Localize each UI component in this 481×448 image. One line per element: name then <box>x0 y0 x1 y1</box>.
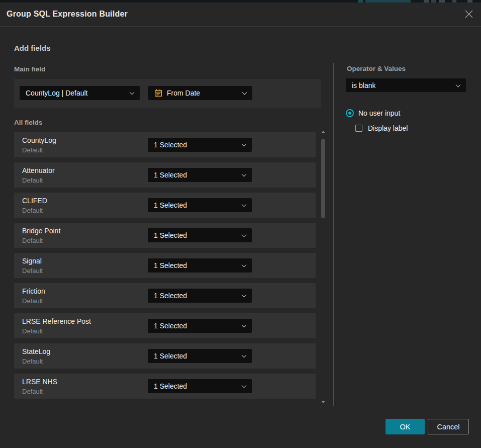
field-subtitle: Default <box>22 357 43 365</box>
field-selection-dropdown[interactable]: 1 Selected <box>148 289 252 303</box>
radio-selected-icon <box>346 109 354 117</box>
field-row: CLIFED Default 1 Selected <box>14 193 316 218</box>
main-field-panel: CountyLog | Default From Date <box>14 79 321 108</box>
field-selection-value: 1 Selected <box>154 141 187 149</box>
operator-value: is blank <box>352 81 375 89</box>
field-selection-value: 1 Selected <box>154 231 187 239</box>
fields-list-scrollbar[interactable] <box>320 128 327 406</box>
dialog-titlebar: Group SQL Expression Builder <box>0 3 481 27</box>
field-selection-dropdown[interactable]: 1 Selected <box>148 379 252 393</box>
field-selection-value: 1 Selected <box>154 201 187 209</box>
scrollbar-thumb[interactable] <box>321 139 325 218</box>
no-user-input-label: No user input <box>358 109 400 117</box>
add-fields-heading: Add fields <box>14 44 51 52</box>
field-selection-value: 1 Selected <box>154 382 187 390</box>
chevron-down-icon <box>242 262 247 267</box>
field-selection-dropdown[interactable]: 1 Selected <box>148 319 252 333</box>
field-name: LRSE NHS <box>22 378 57 386</box>
field-subtitle: Default <box>22 176 43 184</box>
no-user-input-radio[interactable]: No user input <box>346 109 400 117</box>
field-subtitle: Default <box>22 237 43 244</box>
field-selection-value: 1 Selected <box>154 352 187 360</box>
chevron-down-icon <box>242 232 247 237</box>
field-subtitle: Default <box>22 267 43 275</box>
chevron-down-icon <box>456 82 461 87</box>
close-icon[interactable] <box>463 9 474 20</box>
chevron-down-icon <box>242 90 247 95</box>
field-row: Friction Default 1 Selected <box>14 283 316 308</box>
field-name: Signal <box>22 257 42 265</box>
main-field-label: Main field <box>14 65 45 73</box>
all-fields-list: CountyLog Default 1 Selected Attenuator … <box>14 132 316 404</box>
field-selection-value: 1 Selected <box>154 292 187 300</box>
dialog-title: Group SQL Expression Builder <box>7 10 128 19</box>
field-name: CLIFED <box>22 197 47 205</box>
field-name: Bridge Point <box>22 227 60 235</box>
field-name: Friction <box>22 287 45 295</box>
field-subtitle: Default <box>22 297 43 305</box>
main-field-date-value: From Date <box>167 89 200 97</box>
scroll-up-arrow-icon[interactable] <box>321 131 325 133</box>
calendar-date-icon <box>154 89 162 97</box>
field-row: LRSE NHS Default 1 Selected <box>14 374 316 399</box>
display-label-text: Display label <box>368 124 408 132</box>
field-row: Signal Default 1 Selected <box>14 253 316 278</box>
display-label-checkbox[interactable]: Display label <box>355 124 408 132</box>
field-name: StateLog <box>22 347 50 355</box>
field-selection-dropdown[interactable]: 1 Selected <box>148 168 252 182</box>
chevron-down-icon <box>242 323 247 328</box>
chevron-down-icon <box>242 202 247 207</box>
field-row: StateLog Default 1 Selected <box>14 343 316 369</box>
main-field-source-value: CountyLog | Default <box>26 89 88 97</box>
main-field-source-dropdown[interactable]: CountyLog | Default <box>20 86 140 100</box>
chevron-down-icon <box>242 353 247 358</box>
field-selection-dropdown[interactable]: 1 Selected <box>148 228 252 242</box>
ok-button[interactable]: OK <box>386 419 425 434</box>
title-divider <box>0 27 481 27</box>
chevron-down-icon <box>242 172 247 177</box>
panel-divider <box>333 63 334 406</box>
all-fields-label: All fields <box>14 119 42 126</box>
field-row: Bridge Point Default 1 Selected <box>14 223 316 248</box>
field-selection-dropdown[interactable]: 1 Selected <box>148 198 252 212</box>
main-field-date-dropdown[interactable]: From Date <box>148 86 252 100</box>
field-name: CountyLog <box>22 136 56 144</box>
field-selection-dropdown[interactable]: 1 Selected <box>148 138 252 152</box>
chevron-down-icon <box>242 142 247 147</box>
chevron-down-icon <box>130 90 135 95</box>
field-name: LRSE Reference Post <box>22 317 91 325</box>
operator-values-label: Operator & Values <box>347 65 406 72</box>
field-subtitle: Default <box>22 146 43 154</box>
field-row: Attenuator Default 1 Selected <box>14 162 316 188</box>
field-selection-value: 1 Selected <box>154 261 187 270</box>
scroll-down-arrow-icon[interactable] <box>321 401 325 403</box>
screen: Group SQL Expression Builder Add fields … <box>0 0 481 448</box>
operator-dropdown[interactable]: is blank <box>346 78 466 92</box>
field-row: LRSE Reference Post Default 1 Selected <box>14 313 316 338</box>
field-selection-dropdown[interactable]: 1 Selected <box>148 258 252 273</box>
field-subtitle: Default <box>22 327 43 335</box>
field-subtitle: Default <box>22 207 43 214</box>
group-sql-expression-builder-dialog: Group SQL Expression Builder Add fields … <box>0 3 481 448</box>
field-selection-value: 1 Selected <box>154 322 187 330</box>
field-row: CountyLog Default 1 Selected <box>14 132 316 157</box>
field-name: Attenuator <box>22 166 55 174</box>
field-subtitle: Default <box>22 388 43 395</box>
cancel-button[interactable]: Cancel <box>428 419 469 434</box>
field-selection-value: 1 Selected <box>154 171 187 179</box>
field-selection-dropdown[interactable]: 1 Selected <box>148 349 252 363</box>
chevron-down-icon <box>242 383 247 388</box>
checkbox-unchecked-icon <box>355 125 362 132</box>
chevron-down-icon <box>242 293 247 298</box>
